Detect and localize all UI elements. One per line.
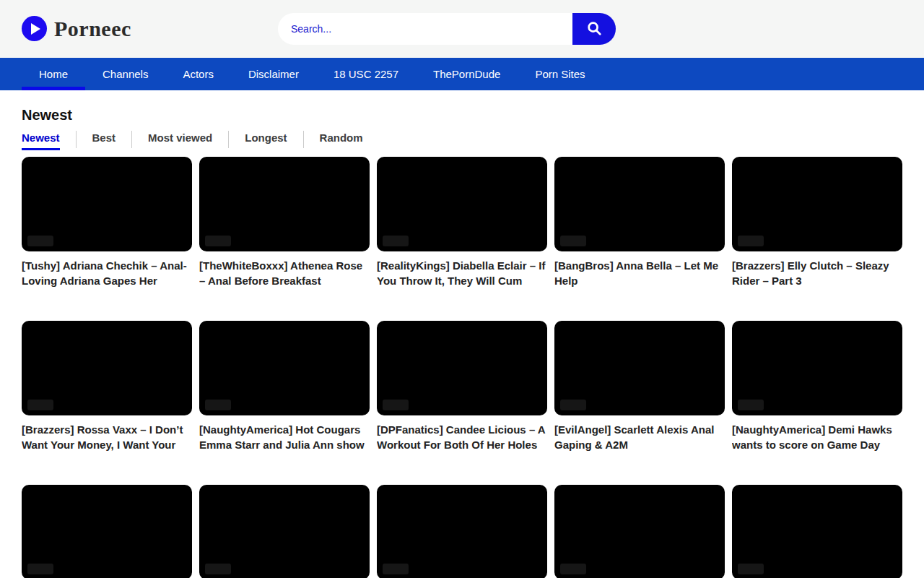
video-title[interactable]: [Tushy] Adriana Chechik – Anal-Loving Ad… <box>22 258 192 288</box>
duration-badge <box>738 400 764 410</box>
duration-badge <box>205 236 231 246</box>
tab-best[interactable]: Best <box>76 131 132 148</box>
nav-item-channels[interactable]: Channels <box>85 58 165 90</box>
play-icon <box>22 16 47 41</box>
video-thumbnail[interactable] <box>732 321 902 415</box>
duration-badge <box>27 400 53 410</box>
duration-badge <box>205 400 231 410</box>
video-thumbnail[interactable] <box>22 157 192 251</box>
sort-tabs: Newest Best Most viewed Longest Random <box>22 131 902 150</box>
video-thumbnail[interactable] <box>22 321 192 415</box>
nav-item-18-usc-2257[interactable]: 18 USC 2257 <box>316 58 416 90</box>
duration-badge <box>383 400 409 410</box>
duration-badge <box>205 564 231 574</box>
nav-item-porn-sites[interactable]: Porn Sites <box>518 58 602 90</box>
tab-random-label: Random <box>320 131 363 148</box>
video-card[interactable] <box>554 485 725 578</box>
video-grid: [Tushy] Adriana Chechik – Anal-Loving Ad… <box>22 157 902 578</box>
nav-item-disclaimer[interactable]: Disclaimer <box>231 58 316 90</box>
duration-badge <box>738 236 764 246</box>
video-card[interactable]: [EvilAngel] Scarlett Alexis Anal Gaping … <box>554 321 725 452</box>
video-title[interactable]: [Brazzers] Rossa Vaxx – I Don’t Want You… <box>22 422 192 452</box>
video-card[interactable] <box>22 485 192 578</box>
video-title[interactable]: [BangBros] Anna Bella – Let Me Help <box>554 258 725 288</box>
video-card[interactable]: [BangBros] Anna Bella – Let Me Help <box>554 157 725 288</box>
tab-random[interactable]: Random <box>303 131 379 148</box>
duration-badge <box>560 400 586 410</box>
tab-most-viewed[interactable]: Most viewed <box>131 131 228 148</box>
video-card[interactable]: [NaughtyAmerica] Demi Hawks wants to sco… <box>732 321 902 452</box>
video-title[interactable]: [NaughtyAmerica] Hot Cougars Emma Starr … <box>199 422 370 452</box>
video-card[interactable]: [TheWhiteBoxxx] Athenea Rose – Anal Befo… <box>199 157 370 288</box>
site-logo[interactable]: Porneec <box>22 16 131 41</box>
duration-badge <box>383 236 409 246</box>
video-thumbnail[interactable] <box>22 485 192 578</box>
site-header: Porneec <box>0 0 924 58</box>
search-button[interactable] <box>572 13 616 45</box>
video-card[interactable] <box>377 485 547 578</box>
video-card[interactable]: [RealityKings] Diabella Eclair – If You … <box>377 157 547 288</box>
duration-badge <box>738 564 764 574</box>
video-card[interactable]: [Brazzers] Elly Clutch – Sleazy Rider – … <box>732 157 902 288</box>
video-card[interactable] <box>732 485 902 578</box>
duration-badge <box>27 564 53 574</box>
video-thumbnail[interactable] <box>554 157 725 251</box>
video-thumbnail[interactable] <box>199 321 370 415</box>
video-title[interactable]: [EvilAngel] Scarlett Alexis Anal Gaping … <box>554 422 725 452</box>
tab-newest[interactable]: Newest <box>22 131 76 150</box>
video-card[interactable] <box>199 485 370 578</box>
video-card[interactable]: [Brazzers] Rossa Vaxx – I Don’t Want You… <box>22 321 192 452</box>
video-thumbnail[interactable] <box>554 321 725 415</box>
search-input[interactable] <box>278 13 572 45</box>
page-title: Newest <box>22 106 902 124</box>
nav-item-home[interactable]: Home <box>22 58 85 90</box>
video-thumbnail[interactable] <box>199 157 370 251</box>
duration-badge <box>27 236 53 246</box>
video-thumbnail[interactable] <box>732 157 902 251</box>
video-card[interactable]: [NaughtyAmerica] Hot Cougars Emma Starr … <box>199 321 370 452</box>
video-title[interactable]: [DPFanatics] Candee Licious – A Workout … <box>377 422 547 452</box>
video-thumbnail[interactable] <box>377 321 547 415</box>
tab-best-label: Best <box>92 131 116 148</box>
site-name: Porneec <box>54 17 131 41</box>
tab-most-viewed-label: Most viewed <box>148 131 212 148</box>
main-content: Newest Newest Best Most viewed Longest R… <box>0 106 924 578</box>
tab-longest[interactable]: Longest <box>228 131 302 148</box>
video-title[interactable]: [NaughtyAmerica] Demi Hawks wants to sco… <box>732 422 902 452</box>
nav-item-actors[interactable]: Actors <box>165 58 231 90</box>
video-thumbnail[interactable] <box>732 485 902 578</box>
search-icon <box>586 20 602 38</box>
video-card[interactable]: [Tushy] Adriana Chechik – Anal-Loving Ad… <box>22 157 192 288</box>
video-thumbnail[interactable] <box>377 157 547 251</box>
video-title[interactable]: [Brazzers] Elly Clutch – Sleazy Rider – … <box>732 258 902 288</box>
nav-item-theporndude[interactable]: ThePornDude <box>416 58 518 90</box>
main-nav: Home Channels Actors Disclaimer 18 USC 2… <box>0 58 924 90</box>
tab-newest-label: Newest <box>22 131 60 150</box>
duration-badge <box>560 564 586 574</box>
video-thumbnail[interactable] <box>377 485 547 578</box>
duration-badge <box>383 564 409 574</box>
video-card[interactable]: [DPFanatics] Candee Licious – A Workout … <box>377 321 547 452</box>
video-title[interactable]: [RealityKings] Diabella Eclair – If You … <box>377 258 547 288</box>
video-thumbnail[interactable] <box>554 485 725 578</box>
tab-longest-label: Longest <box>245 131 287 148</box>
video-title[interactable]: [TheWhiteBoxxx] Athenea Rose – Anal Befo… <box>199 258 370 288</box>
duration-badge <box>560 236 586 246</box>
video-thumbnail[interactable] <box>199 485 370 578</box>
search-bar <box>278 13 616 45</box>
